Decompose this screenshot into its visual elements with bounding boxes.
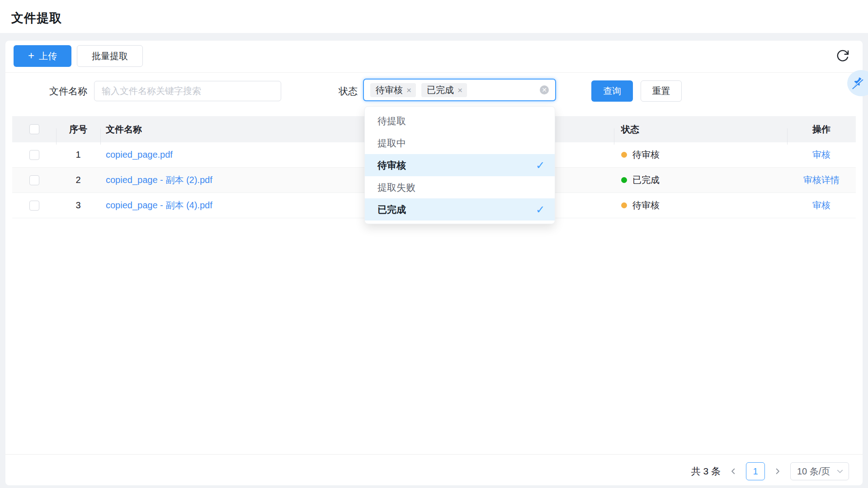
review-action-link[interactable]: 审核: [812, 200, 830, 210]
action-column-header: 操作: [787, 123, 856, 136]
option-label: 待审核: [377, 159, 406, 172]
select-all-checkbox[interactable]: [29, 124, 39, 134]
upload-button[interactable]: + 上传: [14, 45, 71, 67]
reset-button-label: 重置: [652, 85, 670, 97]
option-label: 待提取: [377, 115, 406, 127]
dropdown-option[interactable]: 已完成 ✓: [365, 198, 555, 221]
row-status-cell: 已完成: [614, 174, 787, 186]
file-name-search-input[interactable]: [94, 81, 281, 101]
status-tag-label: 已完成: [427, 84, 454, 96]
page-title: 文件提取: [11, 10, 62, 26]
status-column-header: 状态: [614, 123, 787, 136]
row-index: 1: [56, 150, 100, 160]
search-button-label: 查询: [603, 85, 621, 97]
row-index: 3: [56, 200, 100, 211]
status-multiselect[interactable]: 待审核 × 已完成 × ✕: [363, 79, 556, 101]
file-name-link[interactable]: copied_page - 副本 (2).pdf: [106, 175, 212, 185]
row-status-cell: 待审核: [614, 149, 787, 161]
page-number-button[interactable]: 1: [746, 462, 765, 480]
dropdown-option[interactable]: 提取失败 ✓: [365, 176, 555, 198]
total-count: 共 3 条: [691, 465, 721, 478]
index-column-header: 序号: [56, 123, 100, 136]
plus-icon: +: [28, 50, 34, 61]
status-dot: [621, 202, 627, 208]
option-label: 已完成: [377, 203, 406, 216]
review-action-link[interactable]: 审核: [812, 150, 830, 160]
batch-extract-label: 批量提取: [92, 50, 128, 62]
upload-button-label: 上传: [39, 50, 57, 62]
row-checkbox[interactable]: [29, 150, 39, 160]
option-label: 提取失败: [377, 181, 415, 194]
batch-extract-button[interactable]: 批量提取: [77, 45, 143, 67]
next-page-icon[interactable]: [774, 462, 781, 481]
prev-page-icon[interactable]: [730, 462, 737, 481]
pin-icon: [850, 75, 865, 91]
status-dot: [621, 152, 627, 158]
toolbar-divider: [5, 72, 863, 73]
status-text: 待审核: [632, 199, 660, 211]
row-checkbox[interactable]: [29, 175, 39, 185]
row-check-cell: [12, 150, 56, 160]
row-check-cell: [12, 201, 56, 211]
page-size-select[interactable]: 10 条/页: [790, 462, 849, 480]
page-size-value: 10 条/页: [797, 465, 830, 478]
row-checkbox[interactable]: [29, 201, 39, 211]
status-dot: [621, 177, 627, 183]
file-name-link[interactable]: copied_page - 副本 (4).pdf: [106, 200, 212, 210]
option-label: 提取中: [377, 137, 406, 150]
status-tag: 待审核 ×: [370, 83, 416, 97]
select-all-cell: [12, 124, 56, 134]
refresh-icon[interactable]: [835, 49, 850, 63]
status-tag-label: 待审核: [376, 84, 403, 96]
select-clear-icon[interactable]: ✕: [540, 85, 549, 94]
status-text: 待审核: [632, 149, 660, 161]
row-check-cell: [12, 175, 56, 185]
page-header: 文件提取: [0, 0, 868, 33]
pagination: 共 3 条 1 10 条/页: [691, 462, 849, 481]
dropdown-option[interactable]: 待审核 ✓: [365, 154, 555, 176]
status-label: 状态: [317, 81, 358, 101]
check-icon: ✓: [536, 203, 545, 216]
file-name-link[interactable]: copied_page.pdf: [106, 150, 173, 160]
status-tag: 已完成 ×: [421, 83, 467, 97]
dropdown-option[interactable]: 待提取 ✓: [365, 110, 555, 132]
file-name-label: 文件名称: [24, 81, 87, 101]
row-index: 2: [56, 175, 100, 185]
dropdown-option[interactable]: 提取中 ✓: [365, 132, 555, 154]
status-text: 已完成: [632, 174, 660, 186]
row-status-cell: 待审核: [614, 199, 787, 211]
footer-divider: [5, 454, 863, 455]
status-dropdown-panel: 待提取 ✓ 提取中 ✓ 待审核 ✓ 提取失败 ✓ 已完成 ✓: [364, 106, 555, 224]
chevron-down-icon: [837, 466, 843, 477]
tag-close-icon[interactable]: ×: [458, 86, 462, 94]
check-icon: ✓: [536, 159, 545, 172]
reset-button[interactable]: 重置: [641, 80, 682, 102]
search-button[interactable]: 查询: [591, 80, 633, 102]
tag-close-icon[interactable]: ×: [406, 86, 411, 94]
review-detail-action-link[interactable]: 审核详情: [803, 175, 840, 185]
